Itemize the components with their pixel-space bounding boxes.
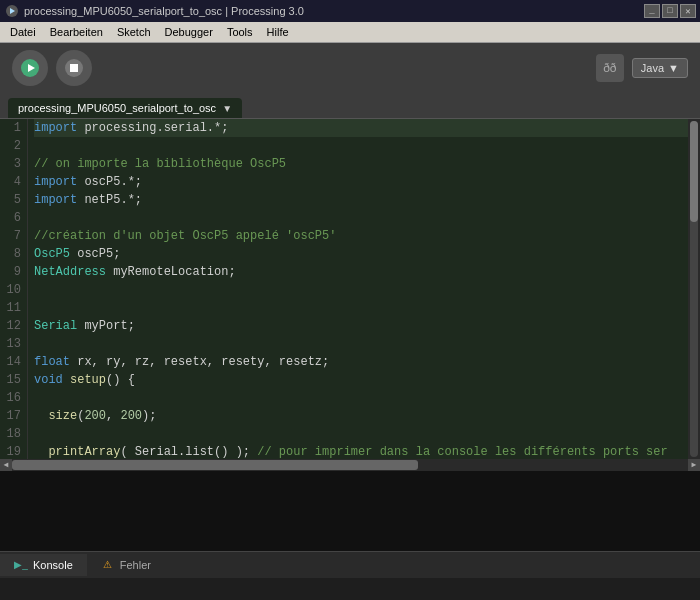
code-line-7: //création d'un objet OscP5 appelé 'oscP… bbox=[34, 227, 694, 245]
svg-rect-5 bbox=[70, 64, 78, 72]
code-line-3: // on importe la bibliothèque OscP5 bbox=[34, 155, 694, 173]
code-line-17: size(200, 200); bbox=[34, 407, 694, 425]
code-line-2 bbox=[34, 137, 694, 155]
scroll-right-button[interactable]: ▶ bbox=[688, 459, 700, 471]
play-button[interactable] bbox=[12, 50, 48, 86]
code-line-8: OscP5 oscP5; bbox=[34, 245, 694, 263]
konsole-tab-label: Konsole bbox=[33, 559, 73, 571]
code-line-6 bbox=[34, 209, 694, 227]
line-numbers: 1 2 3 4 5 6 7 8 9 10 11 12 13 14 15 16 1… bbox=[0, 119, 28, 459]
horizontal-scroll-track[interactable] bbox=[12, 459, 688, 471]
code-line-10 bbox=[34, 281, 694, 299]
output-area bbox=[0, 471, 700, 551]
menu-debugger[interactable]: Debugger bbox=[159, 24, 219, 40]
fehler-icon: ⚠ bbox=[101, 558, 115, 572]
debugger-icon-button[interactable]: ðð bbox=[596, 54, 624, 82]
menu-tools[interactable]: Tools bbox=[221, 24, 259, 40]
title-bar-text: processing_MPU6050_serialport_to_osc | P… bbox=[24, 5, 644, 17]
code-line-1: import processing.serial.*; bbox=[34, 119, 694, 137]
fehler-tab[interactable]: ⚠ Fehler bbox=[87, 554, 165, 576]
code-line-16 bbox=[34, 389, 694, 407]
maximize-button[interactable]: □ bbox=[662, 4, 678, 18]
vertical-scrollbar[interactable] bbox=[688, 119, 700, 459]
app-icon bbox=[4, 3, 20, 19]
menu-bearbeiten[interactable]: Bearbeiten bbox=[44, 24, 109, 40]
debugger-icon: ðð bbox=[603, 61, 616, 75]
tab-arrow-icon: ▼ bbox=[222, 103, 232, 114]
tab-label: processing_MPU6050_serialport_to_osc bbox=[18, 102, 216, 114]
vertical-scrollbar-thumb[interactable] bbox=[690, 121, 698, 222]
code-line-11 bbox=[34, 299, 694, 317]
konsole-icon: ▶_ bbox=[14, 558, 28, 572]
menu-bar: Datei Bearbeiten Sketch Debugger Tools H… bbox=[0, 22, 700, 43]
code-line-12: Serial myPort; bbox=[34, 317, 694, 335]
tab-bar: processing_MPU6050_serialport_to_osc ▼ bbox=[0, 92, 700, 119]
code-line-9: NetAddress myRemoteLocation; bbox=[34, 263, 694, 281]
horizontal-scroll-row: ◀ ▶ bbox=[0, 459, 700, 471]
code-line-4: import oscP5.*; bbox=[34, 173, 694, 191]
menu-hilfe[interactable]: Hilfe bbox=[261, 24, 295, 40]
code-line-13 bbox=[34, 335, 694, 353]
code-line-14: float rx, ry, rz, resetx, resety, resetz… bbox=[34, 353, 694, 371]
toolbar-right: ðð Java ▼ bbox=[596, 54, 688, 82]
code-line-18 bbox=[34, 425, 694, 443]
minimize-button[interactable]: _ bbox=[644, 4, 660, 18]
code-line-19: printArray( Serial.list() ); // pour imp… bbox=[34, 443, 694, 459]
vertical-scrollbar-track bbox=[690, 121, 698, 457]
menu-sketch[interactable]: Sketch bbox=[111, 24, 157, 40]
horizontal-scroll-thumb[interactable] bbox=[12, 460, 418, 470]
java-dropdown[interactable]: Java ▼ bbox=[632, 58, 688, 78]
java-label: Java bbox=[641, 62, 664, 74]
bottom-tabs: ▶_ Konsole ⚠ Fehler bbox=[0, 551, 700, 578]
title-bar: processing_MPU6050_serialport_to_osc | P… bbox=[0, 0, 700, 22]
title-bar-controls: _ □ ✕ bbox=[644, 4, 696, 18]
toolbar: ðð Java ▼ bbox=[0, 43, 700, 92]
menu-datei[interactable]: Datei bbox=[4, 24, 42, 40]
konsole-tab[interactable]: ▶_ Konsole bbox=[0, 554, 87, 576]
main-layout: Datei Bearbeiten Sketch Debugger Tools H… bbox=[0, 22, 700, 578]
code-line-15: void setup() { bbox=[34, 371, 694, 389]
stop-button[interactable] bbox=[56, 50, 92, 86]
close-button[interactable]: ✕ bbox=[680, 4, 696, 18]
editor-tab[interactable]: processing_MPU6050_serialport_to_osc ▼ bbox=[8, 98, 242, 118]
editor-container: 1 2 3 4 5 6 7 8 9 10 11 12 13 14 15 16 1… bbox=[0, 119, 700, 459]
scroll-left-button[interactable]: ◀ bbox=[0, 459, 12, 471]
fehler-tab-label: Fehler bbox=[120, 559, 151, 571]
code-line-5: import netP5.*; bbox=[34, 191, 694, 209]
dropdown-arrow-icon: ▼ bbox=[668, 62, 679, 74]
code-area[interactable]: import processing.serial.*; // on import… bbox=[28, 119, 700, 459]
